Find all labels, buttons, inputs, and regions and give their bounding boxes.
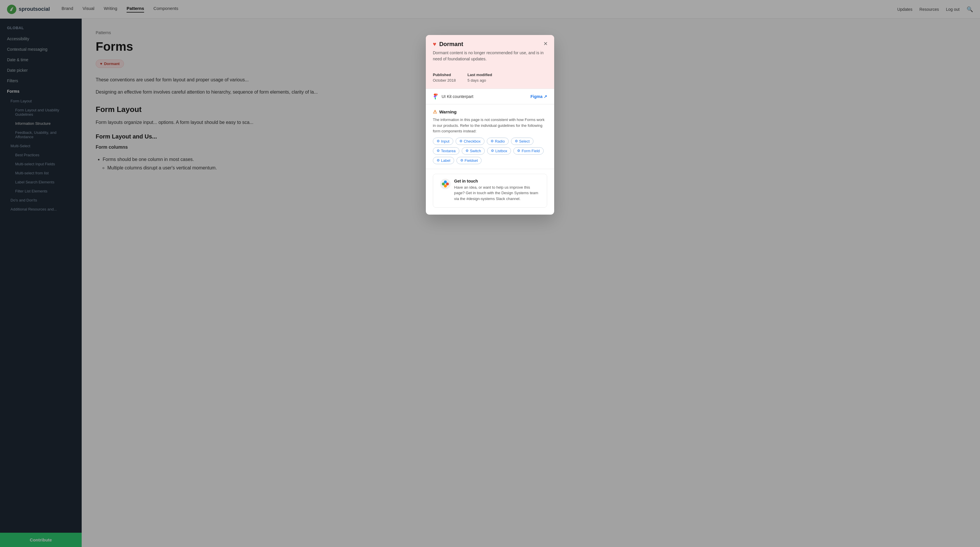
dormant-modal: ♥ Dormant Dormant content is no longer r… (426, 35, 554, 215)
gear-icon: ⚙ (437, 149, 440, 153)
modal-get-in-touch: Get in touch Have an idea, or want to he… (433, 174, 547, 208)
modal-tag-fieldset[interactable]: ⚙ Fieldset (457, 157, 482, 164)
modal-header: ♥ Dormant Dormant content is no longer r… (426, 35, 554, 68)
modal-tag-switch[interactable]: ⚙ Switch (462, 147, 485, 154)
gear-icon: ⚙ (515, 139, 518, 143)
modal-last-modified: Last modified 5 days ago (468, 73, 492, 83)
modal-warning: ⚠ Warning The information in this page i… (426, 104, 554, 169)
figma-logo-icon (433, 94, 439, 99)
modal-warning-text: The information in this page is not cons… (433, 117, 547, 134)
get-in-touch-title: Get in touch (454, 179, 540, 183)
modal-published: Published October 2018 (433, 73, 456, 83)
modal-tag-input[interactable]: ⚙ Input (433, 138, 453, 145)
modal-tag-form-field[interactable]: ⚙ Form Field (513, 147, 543, 154)
modal-meta: Published October 2018 Last modified 5 d… (426, 68, 554, 89)
get-in-touch-content: Get in touch Have an idea, or want to he… (454, 179, 540, 202)
get-in-touch-text: Have an idea, or want to help us improve… (454, 184, 540, 202)
gear-icon: ⚙ (460, 158, 463, 162)
modal-close-button[interactable]: ✕ (541, 40, 549, 48)
gear-icon: ⚙ (517, 149, 520, 153)
modal-tag-textarea[interactable]: ⚙ Textarea (433, 147, 460, 154)
modal-tag-listbox[interactable]: ⚙ Listbox (487, 147, 511, 154)
svg-point-4 (444, 180, 447, 183)
modal-heart-icon: ♥ (433, 41, 436, 48)
modal-overlay[interactable]: ♥ Dormant Dormant content is no longer r… (0, 0, 980, 547)
warning-icon: ⚠ (433, 109, 437, 114)
modal-title: ♥ Dormant (433, 41, 547, 48)
gear-icon: ⚙ (466, 149, 469, 153)
sprout-get-in-touch-icon (440, 179, 450, 189)
modal-tag-radio[interactable]: ⚙ Radio (487, 138, 509, 145)
modal-get-in-touch-wrapper: Get in touch Have an idea, or want to he… (426, 174, 554, 215)
modal-tag-checkbox[interactable]: ⚙ Checkbox (456, 138, 484, 145)
modal-ui-kit: UI Kit counterpart Figma ↗ (426, 89, 554, 104)
modal-tags: ⚙ Input ⚙ Checkbox ⚙ Radio ⚙ Select ⚙ (433, 138, 547, 164)
modal-warning-title: ⚠ Warning (433, 109, 547, 114)
gear-icon: ⚙ (437, 158, 440, 162)
modal-description: Dormant content is no longer recommended… (433, 50, 547, 62)
modal-tag-select[interactable]: ⚙ Select (511, 138, 533, 145)
gear-icon: ⚙ (460, 139, 463, 143)
modal-ui-kit-left: UI Kit counterpart (433, 94, 473, 99)
gear-icon: ⚙ (491, 139, 494, 143)
svg-point-5 (444, 184, 447, 188)
svg-point-1 (440, 179, 450, 189)
gear-icon: ⚙ (437, 139, 440, 143)
figma-link[interactable]: Figma ↗ (531, 94, 547, 99)
gear-icon: ⚙ (491, 149, 494, 153)
modal-tag-label[interactable]: ⚙ Label (433, 157, 454, 164)
